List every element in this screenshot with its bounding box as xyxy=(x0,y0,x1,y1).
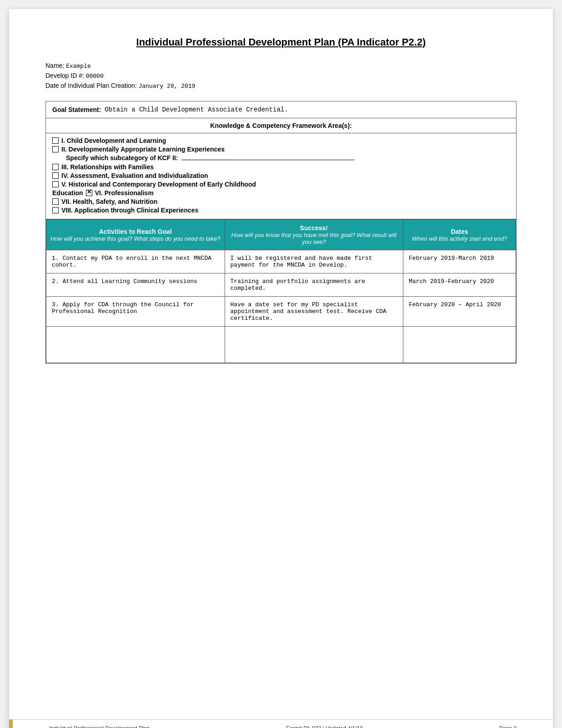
page: Individual Professional Development Plan… xyxy=(9,9,553,728)
kcf-label-vii: VII. Health, Safety, and Nutrition xyxy=(61,198,157,205)
kcf-label-vi: VI. Professionalism xyxy=(95,189,154,197)
col-header-dates: Dates When will this activity start and … xyxy=(403,220,516,250)
col-dates-sub: When will this activity start and end? xyxy=(407,235,512,242)
develop-id-value: 00000 xyxy=(86,73,104,80)
cell-activity-2: 3. Apply for CDA through the Council for… xyxy=(46,297,225,327)
kcf-label-ii: II. Developmentally Appropriate Learning… xyxy=(61,146,225,153)
header-fields: Name: Example Develop ID #: 00000 Date o… xyxy=(45,62,517,90)
checkbox-vii[interactable] xyxy=(52,198,59,205)
cell-dates-1: March 2019-February 2020 xyxy=(403,273,516,297)
kcf-header: Knowledge & Competency Framework Area(s)… xyxy=(46,118,516,133)
kcf-item-vi: Education VI. Professionalism xyxy=(52,189,510,197)
cell-success-0: I will be registered and have made first… xyxy=(225,250,403,273)
goal-statement-row: Goal Statement: Obtain a Child Developme… xyxy=(46,101,516,118)
date-label: Date of Individual Plan Creation: xyxy=(45,82,137,89)
kcf-items: I. Child Development and Learning II. De… xyxy=(46,133,516,219)
education-prefix: Education xyxy=(52,189,83,197)
name-field: Name: Example xyxy=(45,62,517,70)
cell-success-1: Training and portfolio assignments are c… xyxy=(225,273,403,297)
cell-activity-3 xyxy=(46,327,225,363)
col-dates-main: Dates xyxy=(407,228,512,235)
cell-dates-0: February 2019-March 2019 xyxy=(403,250,516,273)
col-header-activities: Activities to Reach Goal How will you ac… xyxy=(46,220,225,250)
name-value: Example xyxy=(66,63,91,70)
kcf-label-viii: VIII. Application through Clinical Exper… xyxy=(61,207,198,214)
kcf-item-ii: II. Developmentally Appropriate Learning… xyxy=(52,146,510,153)
col-success-sub: How will you know that you have met this… xyxy=(229,232,400,245)
date-field: Date of Individual Plan Creation: Januar… xyxy=(45,82,517,90)
kcf-item-iv: IV. Assessment, Evaluation and Individua… xyxy=(52,172,510,179)
footer-right: Page 2 xyxy=(499,725,517,728)
col-header-success: Success! How will you know that you have… xyxy=(225,220,403,250)
footer-center: Form# PA-032 | Updated 4/1/19 xyxy=(286,725,363,728)
cell-success-3 xyxy=(225,327,403,363)
kcf-label-iv: IV. Assessment, Evaluation and Individua… xyxy=(61,172,208,179)
develop-id-label: Develop ID #: xyxy=(45,72,84,79)
footer: Individual Professional Development Plan… xyxy=(9,719,553,728)
cell-activity-1: 2. Attend all Learning Community session… xyxy=(46,273,225,297)
activities-table: Activities to Reach Goal How will you ac… xyxy=(46,219,516,363)
table-row: 2. Attend all Learning Community session… xyxy=(46,273,516,297)
checkbox-ii[interactable] xyxy=(52,146,59,152)
cell-success-2: Have a date set for my PD specialist app… xyxy=(225,297,403,327)
date-value: January 28, 2019 xyxy=(139,83,196,90)
checkbox-v[interactable] xyxy=(52,181,59,187)
kcf-item-viii: VIII. Application through Clinical Exper… xyxy=(52,207,510,214)
kcf-item-vii: VII. Health, Safety, and Nutrition xyxy=(52,198,510,205)
develop-id-field: Develop ID #: 00000 xyxy=(45,72,517,80)
goal-statement-value: Obtain a Child Development Associate Cre… xyxy=(105,106,288,113)
subcategory-underline xyxy=(181,160,354,160)
checkbox-iv[interactable] xyxy=(52,172,59,179)
footer-content: Individual Professional Development Plan… xyxy=(13,719,553,728)
kcf-label-i: I. Child Development and Learning xyxy=(61,137,166,144)
checkbox-i[interactable] xyxy=(52,137,59,144)
checkbox-iii[interactable] xyxy=(52,164,59,170)
cell-dates-3 xyxy=(403,327,516,363)
col-success-main: Success! xyxy=(229,224,400,232)
cell-dates-2: February 2020 – April 2020 xyxy=(403,297,516,327)
kcf-item-iii: III. Relationships with Families xyxy=(52,163,510,171)
kcf-item-i: I. Child Development and Learning xyxy=(52,137,510,144)
kcf-label-ii-sub: Specify which subcategory of KCF II: xyxy=(66,154,354,162)
checkbox-vi[interactable] xyxy=(86,190,92,196)
table-row: 3. Apply for CDA through the Council for… xyxy=(46,297,516,327)
kcf-item-ii-sub: Specify which subcategory of KCF II: xyxy=(66,154,510,162)
goal-statement-label: Goal Statement: xyxy=(52,106,101,113)
main-table: Goal Statement: Obtain a Child Developme… xyxy=(45,101,517,364)
kcf-item-v: V. Historical and Contemporary Developme… xyxy=(52,181,510,188)
col-activities-main: Activities to Reach Goal xyxy=(50,228,221,235)
checkbox-viii[interactable] xyxy=(52,207,59,213)
page-title: Individual Professional Development Plan… xyxy=(45,36,517,48)
footer-left: Individual Professional Development Plan xyxy=(49,725,150,728)
kcf-label-iii: III. Relationships with Families xyxy=(61,163,154,171)
col-activities-sub: How will you achieve this goal? What ste… xyxy=(50,235,221,242)
table-row xyxy=(46,327,516,363)
kcf-label-v: V. Historical and Contemporary Developme… xyxy=(61,181,256,188)
cell-activity-0: 1. Contact my PDA to enroll in the next … xyxy=(46,250,225,273)
footer-accent xyxy=(9,719,13,728)
table-row: 1. Contact my PDA to enroll in the next … xyxy=(46,250,516,273)
name-label: Name: xyxy=(45,62,64,69)
